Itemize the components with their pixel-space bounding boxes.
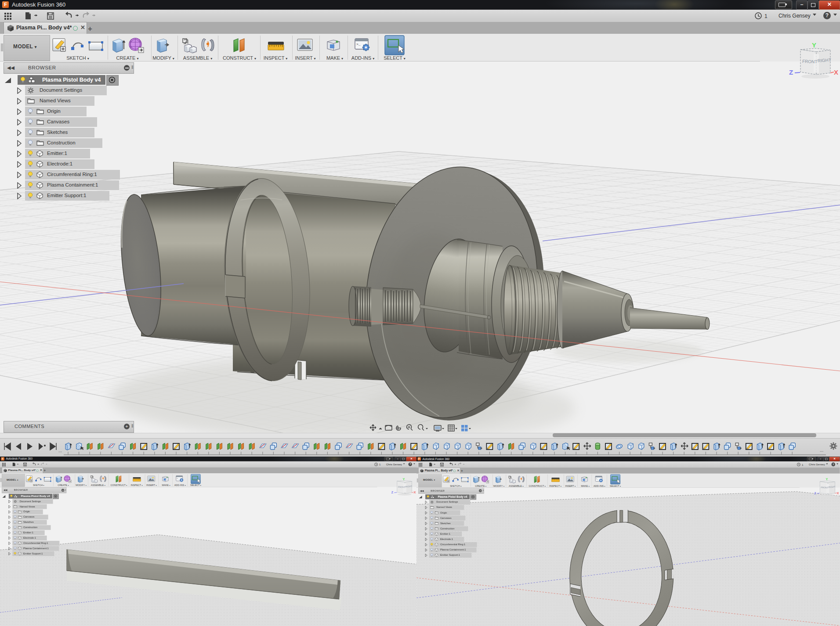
svg-text:>_: >_ <box>356 42 361 46</box>
svg-text:RIGHT: RIGHT <box>829 485 836 488</box>
svg-text:>_: >_ <box>177 478 179 479</box>
svg-text:>_: >_ <box>596 478 598 480</box>
svg-text:1: 1 <box>379 463 381 466</box>
svg-text:Y: Y <box>826 477 828 481</box>
svg-text:1: 1 <box>764 13 768 19</box>
svg-text:RIGHT: RIGHT <box>817 58 831 63</box>
svg-text:Z: Z <box>789 68 793 76</box>
svg-text:Y: Y <box>812 41 816 49</box>
svg-text:FRONT: FRONT <box>398 486 406 489</box>
svg-text:Y: Y <box>403 477 405 481</box>
svg-text:1: 1 <box>802 464 804 466</box>
svg-text:X: X <box>837 491 839 495</box>
svg-text:RIGHT: RIGHT <box>406 485 413 488</box>
svg-text:X: X <box>834 68 838 76</box>
svg-text:FRONT: FRONT <box>802 59 818 64</box>
svg-text:X: X <box>413 490 416 494</box>
svg-text:Z: Z <box>391 490 394 494</box>
svg-text:Z: Z <box>814 491 816 495</box>
svg-text:...: ... <box>820 448 823 453</box>
svg-text:FRONT: FRONT <box>821 486 829 489</box>
